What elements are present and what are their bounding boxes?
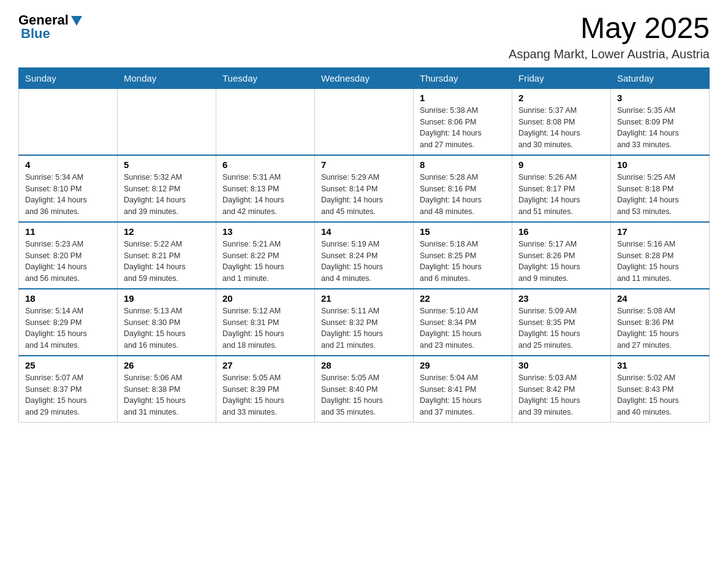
- calendar-cell: [315, 88, 414, 155]
- day-number: 11: [25, 226, 111, 237]
- day-number: 6: [222, 159, 308, 170]
- calendar-week-row: 18Sunrise: 5:14 AM Sunset: 8:29 PM Dayli…: [19, 289, 710, 356]
- day-info: Sunrise: 5:16 AM Sunset: 8:28 PM Dayligh…: [617, 239, 703, 285]
- calendar-cell: [19, 88, 118, 155]
- day-number: 17: [617, 226, 703, 237]
- day-number: 27: [222, 360, 308, 370]
- calendar-cell: 23Sunrise: 5:09 AM Sunset: 8:35 PM Dayli…: [512, 289, 611, 356]
- calendar-day-header: Monday: [118, 67, 216, 88]
- day-info: Sunrise: 5:05 AM Sunset: 8:40 PM Dayligh…: [321, 372, 407, 418]
- calendar-day-header: Tuesday: [216, 67, 315, 88]
- day-info: Sunrise: 5:23 AM Sunset: 8:20 PM Dayligh…: [25, 239, 111, 285]
- calendar-cell: 25Sunrise: 5:07 AM Sunset: 8:37 PM Dayli…: [19, 356, 118, 423]
- day-number: 21: [321, 293, 407, 304]
- day-number: 1: [420, 93, 506, 103]
- calendar-day-header: Thursday: [414, 67, 512, 88]
- svg-marker-0: [71, 16, 82, 26]
- day-number: 12: [124, 226, 210, 237]
- logo-blue-text: Blue: [21, 26, 50, 42]
- calendar-cell: 20Sunrise: 5:12 AM Sunset: 8:31 PM Dayli…: [216, 289, 315, 356]
- day-info: Sunrise: 5:11 AM Sunset: 8:32 PM Dayligh…: [321, 305, 407, 351]
- calendar-cell: 9Sunrise: 5:26 AM Sunset: 8:17 PM Daylig…: [512, 155, 611, 222]
- calendar-cell: 8Sunrise: 5:28 AM Sunset: 8:16 PM Daylig…: [414, 155, 512, 222]
- day-number: 31: [617, 360, 703, 370]
- day-number: 24: [617, 293, 703, 304]
- day-number: 3: [617, 93, 703, 103]
- day-number: 16: [518, 226, 604, 237]
- calendar-table: SundayMondayTuesdayWednesdayThursdayFrid…: [18, 67, 710, 423]
- day-info: Sunrise: 5:08 AM Sunset: 8:36 PM Dayligh…: [617, 305, 703, 351]
- day-number: 7: [321, 159, 407, 170]
- calendar-cell: 14Sunrise: 5:19 AM Sunset: 8:24 PM Dayli…: [315, 222, 414, 289]
- day-info: Sunrise: 5:07 AM Sunset: 8:37 PM Dayligh…: [25, 372, 111, 418]
- calendar-cell: 2Sunrise: 5:37 AM Sunset: 8:08 PM Daylig…: [512, 88, 611, 155]
- calendar-cell: 6Sunrise: 5:31 AM Sunset: 8:13 PM Daylig…: [216, 155, 315, 222]
- calendar-cell: 27Sunrise: 5:05 AM Sunset: 8:39 PM Dayli…: [216, 356, 315, 423]
- day-number: 8: [420, 159, 506, 170]
- calendar-cell: 24Sunrise: 5:08 AM Sunset: 8:36 PM Dayli…: [611, 289, 710, 356]
- day-info: Sunrise: 5:38 AM Sunset: 8:06 PM Dayligh…: [420, 105, 506, 151]
- day-number: 10: [617, 159, 703, 170]
- day-number: 26: [124, 360, 210, 370]
- calendar-cell: 21Sunrise: 5:11 AM Sunset: 8:32 PM Dayli…: [315, 289, 414, 356]
- day-number: 18: [25, 293, 111, 304]
- calendar-cell: 7Sunrise: 5:29 AM Sunset: 8:14 PM Daylig…: [315, 155, 414, 222]
- day-info: Sunrise: 5:05 AM Sunset: 8:39 PM Dayligh…: [222, 372, 308, 418]
- calendar-week-row: 1Sunrise: 5:38 AM Sunset: 8:06 PM Daylig…: [19, 88, 710, 155]
- page-header: General Blue May 2025 Aspang Markt, Lowe…: [18, 12, 710, 61]
- calendar-cell: 19Sunrise: 5:13 AM Sunset: 8:30 PM Dayli…: [118, 289, 216, 356]
- day-number: 9: [518, 159, 604, 170]
- calendar-cell: 3Sunrise: 5:35 AM Sunset: 8:09 PM Daylig…: [611, 88, 710, 155]
- calendar-cell: 13Sunrise: 5:21 AM Sunset: 8:22 PM Dayli…: [216, 222, 315, 289]
- calendar-cell: 30Sunrise: 5:03 AM Sunset: 8:42 PM Dayli…: [512, 356, 611, 423]
- day-info: Sunrise: 5:22 AM Sunset: 8:21 PM Dayligh…: [124, 239, 210, 285]
- day-number: 2: [518, 93, 604, 103]
- calendar-cell: 11Sunrise: 5:23 AM Sunset: 8:20 PM Dayli…: [19, 222, 118, 289]
- calendar-cell: 22Sunrise: 5:10 AM Sunset: 8:34 PM Dayli…: [414, 289, 512, 356]
- day-info: Sunrise: 5:06 AM Sunset: 8:38 PM Dayligh…: [124, 372, 210, 418]
- day-info: Sunrise: 5:14 AM Sunset: 8:29 PM Dayligh…: [25, 305, 111, 351]
- day-number: 20: [222, 293, 308, 304]
- day-info: Sunrise: 5:25 AM Sunset: 8:18 PM Dayligh…: [617, 172, 703, 218]
- calendar-cell: 10Sunrise: 5:25 AM Sunset: 8:18 PM Dayli…: [611, 155, 710, 222]
- day-info: Sunrise: 5:28 AM Sunset: 8:16 PM Dayligh…: [420, 172, 506, 218]
- calendar-cell: 4Sunrise: 5:34 AM Sunset: 8:10 PM Daylig…: [19, 155, 118, 222]
- day-info: Sunrise: 5:37 AM Sunset: 8:08 PM Dayligh…: [518, 105, 604, 151]
- day-info: Sunrise: 5:03 AM Sunset: 8:42 PM Dayligh…: [518, 372, 604, 418]
- title-area: May 2025 Aspang Markt, Lower Austria, Au…: [509, 12, 710, 61]
- day-info: Sunrise: 5:29 AM Sunset: 8:14 PM Dayligh…: [321, 172, 407, 218]
- day-info: Sunrise: 5:21 AM Sunset: 8:22 PM Dayligh…: [222, 239, 308, 285]
- day-number: 23: [518, 293, 604, 304]
- day-info: Sunrise: 5:32 AM Sunset: 8:12 PM Dayligh…: [124, 172, 210, 218]
- day-number: 25: [25, 360, 111, 370]
- logo: General Blue: [18, 12, 83, 42]
- day-info: Sunrise: 5:04 AM Sunset: 8:41 PM Dayligh…: [420, 372, 506, 418]
- calendar-cell: 16Sunrise: 5:17 AM Sunset: 8:26 PM Dayli…: [512, 222, 611, 289]
- day-number: 30: [518, 360, 604, 370]
- calendar-cell: 5Sunrise: 5:32 AM Sunset: 8:12 PM Daylig…: [118, 155, 216, 222]
- calendar-cell: 28Sunrise: 5:05 AM Sunset: 8:40 PM Dayli…: [315, 356, 414, 423]
- calendar-cell: [118, 88, 216, 155]
- day-number: 14: [321, 226, 407, 237]
- calendar-cell: 12Sunrise: 5:22 AM Sunset: 8:21 PM Dayli…: [118, 222, 216, 289]
- day-number: 22: [420, 293, 506, 304]
- calendar-cell: 26Sunrise: 5:06 AM Sunset: 8:38 PM Dayli…: [118, 356, 216, 423]
- calendar-day-header: Sunday: [19, 67, 118, 88]
- day-info: Sunrise: 5:34 AM Sunset: 8:10 PM Dayligh…: [25, 172, 111, 218]
- calendar-cell: 15Sunrise: 5:18 AM Sunset: 8:25 PM Dayli…: [414, 222, 512, 289]
- day-info: Sunrise: 5:19 AM Sunset: 8:24 PM Dayligh…: [321, 239, 407, 285]
- day-info: Sunrise: 5:26 AM Sunset: 8:17 PM Dayligh…: [518, 172, 604, 218]
- day-info: Sunrise: 5:12 AM Sunset: 8:31 PM Dayligh…: [222, 305, 308, 351]
- calendar-week-row: 25Sunrise: 5:07 AM Sunset: 8:37 PM Dayli…: [19, 356, 710, 423]
- day-info: Sunrise: 5:31 AM Sunset: 8:13 PM Dayligh…: [222, 172, 308, 218]
- day-info: Sunrise: 5:13 AM Sunset: 8:30 PM Dayligh…: [124, 305, 210, 351]
- day-info: Sunrise: 5:09 AM Sunset: 8:35 PM Dayligh…: [518, 305, 604, 351]
- day-number: 4: [25, 159, 111, 170]
- day-info: Sunrise: 5:35 AM Sunset: 8:09 PM Dayligh…: [617, 105, 703, 151]
- day-number: 29: [420, 360, 506, 370]
- day-info: Sunrise: 5:02 AM Sunset: 8:43 PM Dayligh…: [617, 372, 703, 418]
- day-info: Sunrise: 5:17 AM Sunset: 8:26 PM Dayligh…: [518, 239, 604, 285]
- month-title: May 2025: [509, 12, 710, 45]
- calendar-cell: 1Sunrise: 5:38 AM Sunset: 8:06 PM Daylig…: [414, 88, 512, 155]
- calendar-cell: 29Sunrise: 5:04 AM Sunset: 8:41 PM Dayli…: [414, 356, 512, 423]
